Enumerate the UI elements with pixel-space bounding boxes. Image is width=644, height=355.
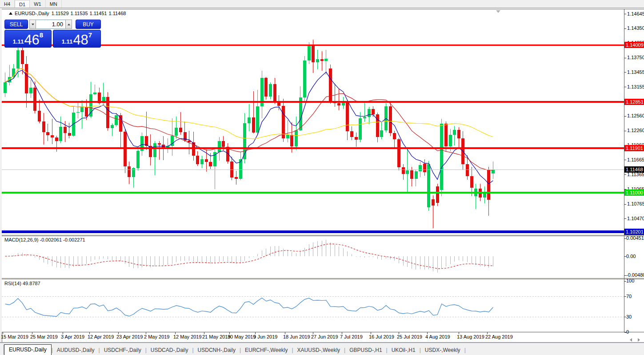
volume-increase-button[interactable]: [65, 20, 72, 29]
macd-histogram: [5, 240, 493, 273]
price-tick-mark: [624, 116, 626, 117]
quote-open: 1.11529: [52, 11, 69, 16]
mt4-window: H4D1W1MN EURUSD-,Daily 1.115291.115351.1…: [0, 0, 644, 355]
price-tick-mark: [624, 218, 626, 219]
date-label: 27 Jun 2019: [311, 334, 338, 339]
right-triangle-icon: [638, 338, 640, 342]
current-price-line: [2, 169, 624, 170]
rsi-axis-label: 30: [626, 314, 632, 320]
left-triangle-icon: [630, 338, 632, 342]
rsi-axis-label: 0: [626, 329, 629, 335]
price-tick-label: 1.13455: [627, 69, 644, 75]
symbol-tab-audusd-daily[interactable]: AUDUSD-,Daily: [53, 346, 99, 355]
rsi-chart-canvas[interactable]: [2, 279, 624, 332]
symbol-tab-ukoil-h1[interactable]: UKOil-,H1: [388, 346, 420, 355]
sell-price-panel[interactable]: 1.11468: [4, 30, 52, 48]
symbol-period-label: EURUSD-,Daily: [15, 11, 49, 16]
symbol-tab-usdcnh-daily[interactable]: USDCNH-,Daily: [194, 346, 240, 355]
timeframe-tab-mn[interactable]: MN: [46, 0, 62, 8]
date-label: 16 Jul 2019: [369, 334, 394, 339]
chart-shift-marker-icon[interactable]: [496, 10, 500, 13]
quote-close: 1.11468: [108, 11, 126, 16]
price-tick-label: 1.12560: [627, 113, 644, 119]
date-label: 22 Aug 2019: [485, 334, 513, 339]
sell-price-pips: 46: [24, 33, 39, 46]
one-click-trading-widget: SELL BUY 1.11468 1.11487: [4, 20, 101, 48]
date-label: 7 Jul 2019: [340, 334, 363, 339]
chart-title: EURUSD-,Daily 1.115291.115351.114511.114…: [9, 11, 128, 16]
horizontal-line-1.11901[interactable]: [2, 147, 624, 149]
tab-scroll-right-button[interactable]: [636, 337, 641, 343]
date-label: 13 Aug 2019: [457, 334, 484, 339]
buy-button[interactable]: BUY: [76, 20, 101, 29]
volume-input[interactable]: [36, 20, 65, 29]
symbol-tab-usdcad-daily[interactable]: USDCAD-,Daily: [147, 346, 192, 355]
date-label: 30 May 2019: [228, 334, 256, 339]
price-tick-mark: [624, 14, 626, 14]
price-tick-label: 1.13750: [627, 55, 644, 61]
buy-price-panel[interactable]: 1.11487: [53, 30, 101, 48]
macd-axis-label: 0.00: [626, 254, 636, 259]
macd-chart-canvas[interactable]: [2, 236, 624, 278]
price-tick-label: 1.10765: [627, 201, 644, 207]
tab-bar-grip[interactable]: [0, 345, 4, 355]
timeframe-tab-w1[interactable]: W1: [30, 0, 46, 8]
rsi-line: [5, 298, 493, 317]
buy-price-pips: 48: [73, 33, 88, 46]
symbol-tab-eurusd-daily[interactable]: EURUSD-,Daily: [4, 344, 52, 355]
symbol-tab-xauusd-weekly[interactable]: XAUUSD-,Weekly: [293, 346, 344, 355]
tab-scroll-buttons: [628, 337, 641, 343]
buy-price-point: 7: [88, 31, 92, 39]
up-triangle-icon: [68, 24, 70, 25]
buy-price-prefix: 1.11: [62, 38, 73, 45]
rsi-label: RSI(14) 49.8787: [4, 281, 40, 286]
price-tick-mark: [624, 28, 626, 29]
volume-decrease-button[interactable]: [29, 20, 36, 29]
price-tick-mark: [624, 174, 626, 175]
divider: [2, 332, 644, 332]
date-label: 25 Mar 2019: [30, 334, 58, 339]
horizontal-line-1.12851[interactable]: [2, 101, 624, 103]
symbol-tab-eurchf-weekly[interactable]: EURCHF-,Weekly: [241, 346, 292, 355]
price-tick-label: 1.11665: [627, 157, 644, 163]
horizontal-line-1.11000[interactable]: [2, 192, 624, 194]
sell-price-prefix: 1.11: [13, 38, 24, 45]
price-tick-mark: [624, 204, 626, 205]
timeframe-tab-d1[interactable]: D1: [15, 0, 30, 8]
date-label: 12 May 2019: [173, 334, 202, 339]
date-label: 18 Jun 2019: [283, 334, 310, 339]
rsi-axis-label: 100: [626, 278, 634, 284]
date-label: 2 May 2019: [144, 334, 169, 339]
price-badge-1.14009: 1.14009: [624, 42, 644, 48]
ohlc-quote: 1.115291.115351.114511.11468: [52, 11, 128, 16]
tab-separator: |: [464, 347, 466, 353]
price-badge-1.12851: 1.12851: [624, 99, 644, 105]
horizontal-line-1.10201[interactable]: [2, 230, 624, 233]
current-price-badge: 1.11468: [624, 166, 644, 173]
down-triangle-icon: [32, 24, 34, 25]
collapse-panel-icon[interactable]: [9, 12, 12, 15]
sell-button[interactable]: SELL: [4, 20, 28, 29]
price-tick-mark: [624, 87, 626, 87]
quote-low: 1.11451: [90, 11, 107, 16]
symbol-tab-usdx-weekly[interactable]: USDX-,Weekly: [421, 346, 464, 355]
date-label: 23 Apr 2019: [116, 334, 143, 339]
price-tick-mark: [624, 58, 626, 58]
price-tick-label: 1.14645: [627, 11, 644, 17]
date-label: 3 Apr 2019: [61, 334, 84, 339]
date-label: 21 May 2019: [202, 334, 231, 339]
date-label: 25 Jul 2019: [397, 334, 422, 339]
price-tick-label: 1.14350: [627, 25, 644, 31]
macd-label: MACD(12,26,9) -0.002061 -0.002271: [4, 237, 85, 242]
timeframe-tab-h4[interactable]: H4: [0, 0, 15, 8]
price-tick-mark: [624, 72, 626, 73]
symbol-tab-gbpusd-h1[interactable]: GBPUSD-,H1: [345, 346, 386, 355]
price-badge-1.11000: 1.11000: [624, 190, 644, 196]
sell-price-point: 8: [40, 31, 43, 39]
price-tick-label: 1.12260: [627, 128, 644, 133]
macd-axis-label: -0.004806: [626, 272, 644, 278]
quote-high: 1.11535: [71, 11, 88, 16]
candles-layer: [4, 40, 495, 228]
tab-scroll-left-button[interactable]: [628, 337, 633, 343]
symbol-tab-usdchf-daily[interactable]: USDCHF-,Daily: [100, 346, 145, 355]
